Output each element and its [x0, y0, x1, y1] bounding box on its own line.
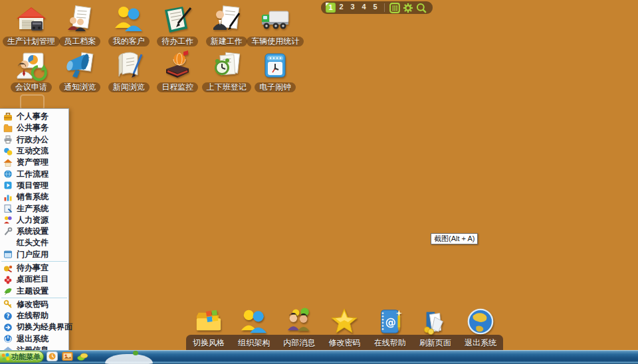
pager-page-5[interactable]: 5	[370, 3, 381, 13]
theme-leaf-icon	[3, 286, 13, 296]
menu-item-workflow[interactable]: 工作流程	[0, 168, 68, 179]
pager-divider	[384, 3, 385, 12]
desktop-shortcut-news-browse[interactable]: 新闻浏览	[104, 48, 154, 92]
menu-item-red-header-documents[interactable]: 红头文件	[0, 237, 68, 248]
menu-item-interactive-exchange[interactable]: 互动交流	[0, 145, 68, 157]
desktop-shortcut-schedule-monitor[interactable]: 日程监控	[154, 48, 203, 92]
desktop-shortcut-employee-files[interactable]: 员工档案	[56, 3, 105, 46]
dock-item-internal-message[interactable]: 内部消息	[276, 306, 322, 350]
news-icon	[113, 50, 145, 82]
dock-item-online-help[interactable]: @ 在线帮助	[368, 306, 413, 350]
menu-item-label: 修改密码	[17, 299, 49, 310]
msg-people-icon	[285, 308, 313, 335]
pager-page-2[interactable]: 2	[336, 3, 347, 13]
menu-item-sales-system[interactable]: 销售系统	[0, 191, 68, 203]
menu-item-label: 销售系统	[17, 191, 49, 203]
desktop-shortcut-label: 会议申请	[11, 82, 52, 92]
pager-page-3[interactable]: 3	[347, 3, 358, 13]
menu-item-administrative-office[interactable]: 行政办公	[0, 134, 68, 145]
desktop-shortcut-my-customers[interactable]: 我的客户	[104, 3, 154, 46]
menu-item-pending-matters[interactable]: 待办事宜	[0, 262, 68, 274]
desktop-shortcut-label: 新建工作	[206, 37, 247, 46]
dock-item-label: 切换风格	[193, 335, 225, 350]
desktop-shortcut-production-plan-management[interactable]: 生产计划管理	[7, 3, 56, 46]
menu-item-label: 行政办公	[17, 134, 49, 145]
menu-item-label: 门户应用	[17, 249, 49, 260]
public-folder-icon	[3, 124, 13, 133]
menu-item-public-affairs[interactable]: 公共事务	[0, 122, 68, 134]
dock-item-change-password[interactable]: 修改密码	[322, 306, 367, 350]
screenshot-tooltip: 截图(Alt + A)	[431, 233, 478, 244]
menu-item-label: 待办事宜	[17, 262, 49, 274]
style-folder-icon	[195, 308, 223, 335]
desktop-shortcut-electronic-alarm[interactable]: 电子闹钟	[251, 48, 300, 92]
search-icon[interactable]	[416, 3, 427, 13]
menu-item-human-resources[interactable]: 人力资源	[0, 215, 68, 226]
pager-page-1[interactable]: 1	[326, 3, 336, 13]
dock-item-label: 内部消息	[283, 335, 315, 350]
at-book-icon: @	[376, 308, 404, 335]
menu-item-label: 公共事务	[17, 122, 49, 134]
menu-item-theme-settings[interactable]: 主题设置	[0, 285, 68, 296]
schedule-icon	[161, 50, 193, 82]
help-icon: ?	[3, 312, 13, 321]
start-menu-button[interactable]: 功能菜单	[0, 351, 44, 363]
menu-item-project-management[interactable]: 项目管理	[0, 180, 68, 191]
dock-item-exit-system[interactable]: 退出系统	[458, 306, 503, 350]
eclock-icon	[259, 50, 291, 82]
menu-item-switch-classic-ui[interactable]: 切换为经典界面	[0, 321, 68, 333]
meeting-icon	[15, 50, 47, 82]
factory-house-icon	[15, 4, 47, 36]
menu-item-label: 在线帮助	[17, 310, 49, 321]
pager-page-4[interactable]: 4	[358, 3, 370, 13]
menu-item-label: 生产系统	[17, 203, 49, 215]
dock-item-label: 组织架构	[238, 335, 270, 350]
workflow-globe-icon	[3, 169, 13, 179]
mascot-hat	[133, 351, 138, 355]
dock-item-refresh-page[interactable]: 刷新页面	[413, 306, 458, 350]
desktop-shortcut-notice-browse[interactable]: 通知浏览	[56, 48, 105, 92]
menu-item-label: 主题设置	[17, 286, 49, 297]
desktop-shortcut-attendance-register[interactable]: 上下班登记	[202, 48, 251, 92]
menu-item-label: 工作流程	[17, 169, 49, 180]
menu-item-label: 项目管理	[17, 180, 49, 191]
menu-item-personal-affairs[interactable]: 个人事务	[0, 111, 68, 122]
flower-icon	[3, 275, 13, 284]
menu-item-portal-apps[interactable]: 门户应用	[0, 249, 68, 260]
tray-message-icon[interactable]	[47, 351, 58, 361]
menu-item-exit-system[interactable]: 退出系统	[0, 333, 68, 345]
hr-people-icon	[3, 215, 13, 225]
taskbar: 功能菜单	[0, 350, 638, 364]
menu-item-online-help[interactable]: ? 在线帮助	[0, 310, 68, 321]
customers-icon	[113, 4, 145, 36]
wrench-icon	[3, 227, 13, 236]
menu-item-production-system[interactable]: 生产系统	[0, 203, 68, 214]
menu-item-desktop-columns[interactable]: 桌面栏目	[0, 274, 68, 285]
menu-item-change-password[interactable]: 修改密码	[0, 299, 68, 310]
bottom-dock: 切换风格 组织架构 内部消息 修改密码 @ 在线帮助 刷新页面 退出系统	[186, 306, 503, 350]
desktop-shortcut-pending-work[interactable]: 待办工作	[154, 3, 203, 46]
star-icon	[330, 308, 358, 335]
tray-currency-icon[interactable]	[77, 351, 88, 361]
desktop-shortcut-label: 通知浏览	[59, 82, 100, 92]
settings-gear-icon[interactable]	[403, 3, 413, 13]
exchange-icon	[3, 147, 13, 156]
grid-view-icon[interactable]	[389, 3, 400, 13]
desktop-pager: 12345	[321, 1, 433, 14]
desktop-shortcut-label: 生产计划管理	[3, 37, 60, 46]
taskbar-tray	[47, 351, 88, 361]
printer-icon	[3, 135, 13, 144]
desktop-shortcut-vehicle-usage-stats[interactable]: 车辆使用统计	[251, 3, 300, 46]
dock-item-switch-style[interactable]: 切换风格	[186, 306, 231, 350]
svg-text:?: ?	[7, 313, 10, 319]
menu-item-label: 切换为经典界面	[17, 321, 72, 333]
desktop-shortcut-label: 上下班登记	[202, 82, 251, 92]
desktop-shortcut-meeting-request[interactable]: 会议申请	[7, 48, 56, 92]
menu-item-asset-management[interactable]: 资产管理	[0, 157, 68, 168]
project-play-icon	[3, 181, 13, 190]
dock-item-label: 在线帮助	[374, 335, 406, 350]
dock-item-org-structure[interactable]: 组织架构	[231, 306, 276, 350]
desktop-shortcut-new-work[interactable]: 新建工作	[202, 3, 251, 46]
tray-gallery-icon[interactable]	[62, 351, 73, 361]
menu-item-system-settings[interactable]: 系统设置	[0, 226, 68, 237]
